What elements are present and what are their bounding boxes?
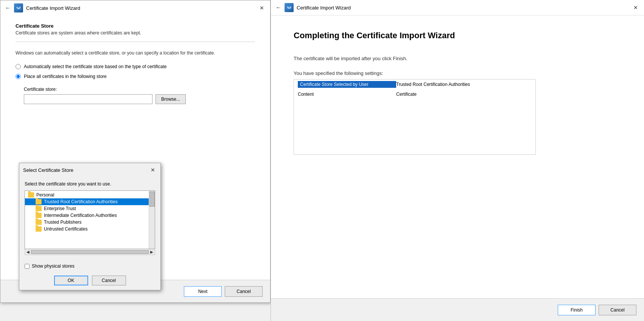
back-button[interactable]: ← <box>5 5 11 11</box>
radio-auto-label: Automatically select the certificate sto… <box>24 64 167 69</box>
list-item[interactable]: Intermediate Certification Authorities <box>25 212 155 219</box>
select-cert-desc: Select the certificate store you want to… <box>25 181 155 187</box>
item-label: Trusted Root Certification Authorities <box>44 199 118 204</box>
cert-store-label: Certificate store: <box>24 87 255 92</box>
dialog-content: Certificate Store Certificate stores are… <box>0 16 270 112</box>
wizard-title: Certificate Import Wizard <box>26 5 80 11</box>
cert-store-input-row: Browse... <box>24 94 255 104</box>
select-cert-content: Select the certificate store you want to… <box>19 177 160 260</box>
list-item[interactable]: Trusted Root Certification Authorities <box>25 198 155 205</box>
dialog-titlebar: ← Certificate Import Wizard ✕ <box>0 0 270 16</box>
item-label: Intermediate Certification Authorities <box>44 213 117 218</box>
radio-manual-label: Place all certificates in the following … <box>24 74 107 79</box>
right-close-button[interactable]: ✕ <box>632 4 639 11</box>
cert-store-input[interactable] <box>24 94 152 104</box>
right-footer: Finish Cancel <box>271 298 644 321</box>
browse-button[interactable]: Browse... <box>156 94 186 104</box>
description-text: Windows can automatically select a certi… <box>16 50 255 56</box>
scroll-right-arrow[interactable]: ▶ <box>150 250 153 254</box>
cancel-button[interactable]: Cancel <box>92 276 126 285</box>
show-physical-stores-input[interactable] <box>25 264 30 269</box>
list-item[interactable]: Trusted Publishers <box>25 219 155 226</box>
select-cert-buttons: OK Cancel <box>19 273 160 290</box>
completing-desc: The certificate will be imported after y… <box>294 56 621 61</box>
ok-button[interactable]: OK <box>54 276 88 285</box>
select-cert-title: Select Certificate Store <box>23 167 73 173</box>
right-back-button[interactable]: ← <box>275 4 282 11</box>
list-item[interactable]: Enterprise Trust <box>25 205 155 212</box>
item-label: Personal <box>36 192 54 198</box>
radio-auto[interactable]: Automatically select the certificate sto… <box>16 64 255 69</box>
select-cert-footer: Show physical stores <box>19 260 160 273</box>
settings-table: Certificate Store Selected by User Trust… <box>294 79 536 155</box>
radio-manual[interactable]: Place all certificates in the following … <box>16 74 255 79</box>
folder-icon <box>36 220 42 225</box>
select-cert-dialog: Select Certificate Store ✕ Select the ce… <box>19 163 161 290</box>
select-cert-close-button[interactable]: ✕ <box>149 166 157 174</box>
settings-row: Content Certificate <box>294 89 535 99</box>
close-button[interactable]: ✕ <box>258 4 266 12</box>
radio-group: Automatically select the certificate sto… <box>16 64 255 79</box>
item-label: Enterprise Trust <box>44 206 76 211</box>
settings-key-cert-store: Certificate Store Selected by User <box>298 81 396 88</box>
list-item[interactable]: Personal <box>25 192 155 198</box>
wizard-icon <box>14 3 23 12</box>
right-wizard-title: Certificate Import Wizard <box>297 5 351 11</box>
show-physical-stores-checkbox[interactable]: Show physical stores <box>25 263 75 269</box>
list-item[interactable]: Untrusted Certificates <box>25 226 155 232</box>
scroll-track[interactable] <box>31 250 149 254</box>
settings-value-cert-store: Trusted Root Certification Authorities <box>396 82 470 87</box>
right-content: Completing the Certificate Import Wizard… <box>271 16 644 162</box>
settings-row: Certificate Store Selected by User Trust… <box>294 79 535 89</box>
settings-value-content: Certificate <box>396 92 417 97</box>
folder-icon <box>28 192 34 198</box>
scrollbar[interactable] <box>149 191 155 249</box>
select-cert-titlebar: Select Certificate Store ✕ <box>19 163 160 177</box>
folder-icon <box>36 199 42 204</box>
completing-title: Completing the Certificate Import Wizard <box>294 31 621 41</box>
folder-icon <box>36 226 42 232</box>
titlebar-left: ← Certificate Import Wizard <box>5 3 80 12</box>
item-label: Untrusted Certificates <box>44 226 87 232</box>
section-title: Certificate Store <box>16 23 255 29</box>
settings-key-content: Content <box>298 92 396 97</box>
settings-label: You have specified the following setting… <box>294 70 621 76</box>
finish-button[interactable]: Finish <box>558 305 596 315</box>
show-physical-stores-label: Show physical stores <box>32 263 75 269</box>
radio-manual-input[interactable] <box>16 74 21 79</box>
svg-rect-1 <box>286 6 292 9</box>
divider <box>16 42 255 42</box>
horizontal-scrollbar[interactable]: ◀ ▶ <box>25 249 155 255</box>
section-subtitle: Certificate stores are system areas wher… <box>16 30 255 36</box>
folder-icon <box>36 213 42 218</box>
radio-auto-input[interactable] <box>16 64 21 69</box>
next-button[interactable]: Next <box>184 286 222 297</box>
item-label: Trusted Publishers <box>44 220 82 225</box>
left-section: ← Certificate Import Wizard ✕ Certificat… <box>0 0 271 321</box>
right-section: Lastpass ✕ Welcome ✕ ← Certificate Impor… <box>271 0 644 321</box>
cert-list-container: Personal Trusted Root Certification Auth… <box>25 190 155 249</box>
scroll-left-arrow[interactable]: ◀ <box>26 250 30 254</box>
folder-icon <box>36 206 42 211</box>
completing-wizard-dialog: ← Certificate Import Wizard ✕ Completing… <box>271 0 644 321</box>
right-cancel-button[interactable]: Cancel <box>599 305 636 315</box>
right-wizard-icon <box>285 3 294 12</box>
scrollbar-thumb[interactable] <box>149 192 155 207</box>
cert-list: Personal Trusted Root Certification Auth… <box>25 191 155 233</box>
cancel-button[interactable]: Cancel <box>225 286 263 297</box>
right-titlebar-left: ← Certificate Import Wizard <box>275 3 351 12</box>
right-titlebar: ← Certificate Import Wizard ✕ <box>271 0 644 16</box>
svg-rect-0 <box>16 6 21 10</box>
